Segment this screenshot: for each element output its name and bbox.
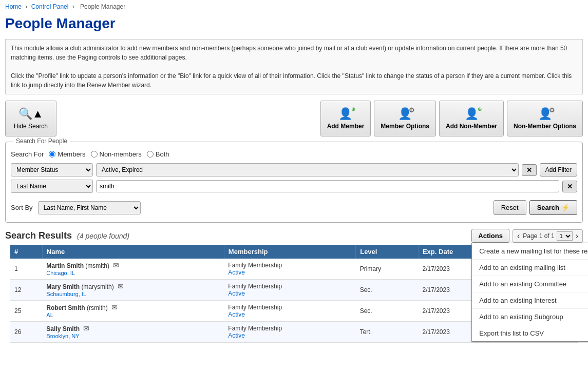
nonmember-options-icon: 👤⚙ <box>538 107 552 121</box>
actions-area: Actions Create a new mailing list for th… <box>471 229 583 243</box>
reset-button[interactable]: Reset <box>494 200 526 215</box>
results-header: Search Results (4 people found) Actions … <box>0 225 588 245</box>
search-button[interactable]: Search ⚡ <box>529 200 577 215</box>
cell-num: 26 <box>10 322 42 343</box>
breadcrumb-current: People Manager <box>80 3 125 10</box>
add-member-button[interactable]: 👤⊕ Add Member <box>320 101 371 136</box>
membership-status: Active <box>228 269 245 276</box>
pagination: ‹ Page 1 of 1 1 › <box>513 229 583 243</box>
cell-num: 25 <box>10 301 42 322</box>
hide-search-label: Hide Search <box>14 123 48 130</box>
filter1-type-select[interactable]: Member Status <box>11 163 93 177</box>
cell-level: Sec. <box>356 280 419 301</box>
person-location[interactable]: Schaumburg, IL <box>46 291 86 297</box>
toolbar: 🔍▲ Hide Search 👤⊕ Add Member 👤⚙ Member O… <box>0 97 588 140</box>
breadcrumb-control-panel[interactable]: Control Panel <box>31 3 69 10</box>
cell-membership: Family Membership Active <box>224 322 355 343</box>
person-location[interactable]: AL <box>46 312 53 318</box>
info-box: This module allows a club administrator … <box>5 39 583 94</box>
cell-level: Primary <box>356 259 419 280</box>
breadcrumb: Home › Control Panel › People Manager <box>0 0 588 13</box>
member-options-label: Member Options <box>381 123 429 130</box>
add-nonmember-button[interactable]: 👤⊕ Add Non-Member <box>439 101 504 136</box>
sort-by-label: Sort By <box>11 204 33 211</box>
add-nonmember-icon: 👤⊕ <box>465 107 479 121</box>
cell-name: Sally Smith ✉ Brooklyn, NY <box>42 322 224 343</box>
action-add-interest[interactable]: Add to an existing Interest <box>472 292 588 309</box>
page-title: People Manager <box>0 13 588 36</box>
both-radio[interactable] <box>147 151 154 158</box>
nonmembers-radio-label[interactable]: Non-members <box>91 150 142 158</box>
add-filter-button[interactable]: Add Filter <box>540 163 577 177</box>
search-for-row: Search For Members Non-members Both <box>11 147 577 163</box>
action-export-csv[interactable]: Export this list to CSV <box>472 325 588 341</box>
search-icon: 🔍▲ <box>18 107 44 121</box>
results-count: (4 people found) <box>77 232 129 240</box>
email-icon[interactable]: ✉ <box>83 324 89 332</box>
breadcrumb-home[interactable]: Home <box>5 3 22 10</box>
member-options-button[interactable]: 👤⚙ Member Options <box>374 101 436 136</box>
nonmember-options-button[interactable]: 👤⚙ Non-Member Options <box>507 101 583 136</box>
membership-status: Active <box>228 311 245 318</box>
lightning-icon: ⚡ <box>561 204 570 211</box>
person-name[interactable]: Mary Smith <box>46 283 80 290</box>
next-page-button[interactable]: › <box>575 231 579 241</box>
actions-button[interactable]: Actions <box>471 229 509 243</box>
search-section: Search For People Search For Members Non… <box>5 142 583 223</box>
cell-name: Robert Smith (rsmith) ✉ AL <box>42 301 224 322</box>
person-location[interactable]: Chicago, IL <box>46 270 75 276</box>
email-icon[interactable]: ✉ <box>111 303 118 311</box>
email-icon[interactable]: ✉ <box>113 261 119 269</box>
members-radio[interactable] <box>49 151 55 158</box>
filter-row-2: Last Name ✕ <box>11 180 577 193</box>
filter1-clear-button[interactable]: ✕ <box>522 164 537 176</box>
col-header-num: # <box>10 245 42 259</box>
filter2-value-input[interactable] <box>96 180 559 192</box>
sort-row: Sort By Last Name, First Name Reset Sear… <box>11 196 577 217</box>
action-add-committee[interactable]: Add to an existing Committee <box>472 276 588 292</box>
person-name[interactable]: Sally Smith <box>46 325 80 332</box>
add-nonmember-label: Add Non-Member <box>446 123 497 130</box>
membership-status: Active <box>228 290 245 297</box>
cell-num: 1 <box>10 259 42 280</box>
membership-status: Active <box>228 332 245 339</box>
cell-level: Sec. <box>356 301 419 322</box>
actions-dropdown: Create a new mailing list for these resu… <box>471 243 588 342</box>
person-name[interactable]: Robert Smith <box>46 304 85 311</box>
member-options-icon: 👤⚙ <box>398 107 412 121</box>
members-radio-label[interactable]: Members <box>49 150 85 158</box>
filter-row-1: Member Status Active, Expired ✕ Add Filt… <box>11 163 577 177</box>
person-name[interactable]: Martin Smith <box>46 262 84 269</box>
cell-name: Mary Smith (marysmith) ✉ Schaumburg, IL <box>42 280 224 301</box>
action-add-subgroup[interactable]: Add to an existing Subgroup <box>472 309 588 325</box>
search-legend: Search For People <box>13 138 70 145</box>
cell-num: 12 <box>10 280 42 301</box>
col-header-name: Name <box>42 245 224 259</box>
page-info: Page 1 of 1 <box>523 232 554 240</box>
cell-membership: Family Membership Active <box>224 301 355 322</box>
cell-level: Tert. <box>356 322 419 343</box>
filter1-value-select[interactable]: Active, Expired <box>96 163 519 177</box>
filter2-clear-button[interactable]: ✕ <box>562 181 577 192</box>
search-for-label: Search For <box>11 150 44 158</box>
person-location[interactable]: Brooklyn, NY <box>46 333 79 339</box>
cell-membership: Family Membership Active <box>224 259 355 280</box>
add-member-label: Add Member <box>327 123 365 130</box>
page-select[interactable]: 1 <box>557 231 573 241</box>
cell-name: Martin Smith (msmith) ✉ Chicago, IL <box>42 259 224 280</box>
col-header-level: Level <box>356 245 419 259</box>
add-member-icon: 👤⊕ <box>338 107 352 121</box>
action-add-existing-mailing[interactable]: Add to an existing mailing list <box>472 260 588 276</box>
action-create-mailing[interactable]: Create a new mailing list for these resu… <box>472 243 588 260</box>
prev-page-button[interactable]: ‹ <box>516 231 521 241</box>
sort-actions: Reset Search ⚡ <box>494 200 577 215</box>
results-title: Search Results <box>5 230 72 241</box>
email-icon[interactable]: ✉ <box>118 282 124 290</box>
nonmembers-radio[interactable] <box>91 151 98 158</box>
sort-select[interactable]: Last Name, First Name <box>38 201 141 214</box>
filter2-type-select[interactable]: Last Name <box>11 180 93 193</box>
both-radio-label[interactable]: Both <box>147 150 169 158</box>
hide-search-button[interactable]: 🔍▲ Hide Search <box>5 101 56 136</box>
col-header-membership: Membership <box>224 245 355 259</box>
cell-membership: Family Membership Active <box>224 280 355 301</box>
